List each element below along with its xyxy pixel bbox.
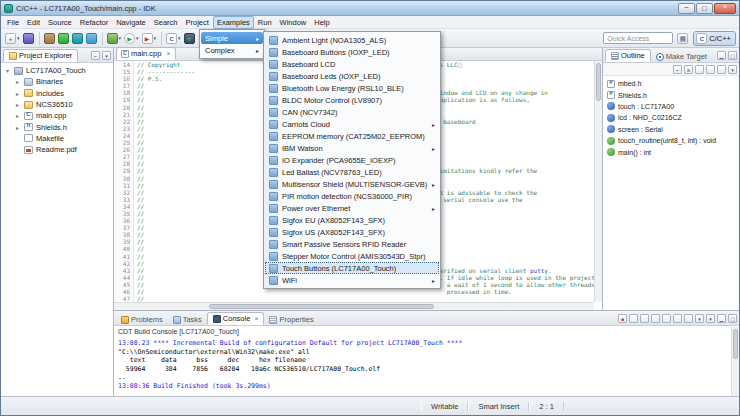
minimize-view-icon[interactable] xyxy=(717,51,726,60)
menu-item-baseboard-lcd[interactable]: Baseboard LCD xyxy=(265,58,439,70)
outline-item-lcd-nhd-c0216cz[interactable]: lcd : NHD_C0216CZ xyxy=(603,112,739,123)
tree-item-shields-h[interactable]: ▸Shields.h xyxy=(1,121,113,132)
menubar-item-navigate[interactable]: Navigate xyxy=(112,16,150,29)
remove-launch-icon[interactable] xyxy=(629,314,638,323)
outline-item-screen-serial[interactable]: screen : Serial xyxy=(603,124,739,135)
tree-item-includes[interactable]: ▸Includes xyxy=(1,88,113,99)
tree-item-makefile[interactable]: Makefile xyxy=(1,133,113,144)
dropdown-arrow-icon[interactable]: ▾ xyxy=(119,35,122,41)
collapse-arrow-icon[interactable]: ▾ xyxy=(4,67,11,74)
menu-item-smart-passive-sensors-rfid-reader[interactable]: Smart Passive Sensors RFID Reader xyxy=(265,238,439,250)
menubar-item-edit[interactable]: Edit xyxy=(23,16,44,29)
tree-item-ncs36510[interactable]: ▸NCS36510 xyxy=(1,99,113,110)
quick-access-input[interactable] xyxy=(603,32,673,44)
flash-program-button[interactable] xyxy=(85,32,98,45)
menu-item-ibm-watson[interactable]: IBM Watson▸ xyxy=(265,142,439,154)
console-output[interactable]: 13:08:23 **** Incremental Build of confi… xyxy=(114,337,739,396)
scrollbar-thumb[interactable] xyxy=(209,304,434,309)
menubar-item-search[interactable]: Search xyxy=(150,16,182,29)
new-wizard-button[interactable]: ▾ xyxy=(4,32,21,45)
maximize-window-button[interactable] xyxy=(696,3,713,14)
tab-tasks[interactable]: Tasks xyxy=(168,314,207,325)
menubar-item-window[interactable]: Window xyxy=(276,16,311,29)
save-button[interactable] xyxy=(22,32,35,45)
menu-item-bluetooth-low-energy-rsl10-ble[interactable]: Bluetooth Low Energy (RSL10_BLE) xyxy=(265,82,439,94)
view-menu-icon[interactable] xyxy=(102,51,111,60)
expand-arrow-icon[interactable]: ▸ xyxy=(14,112,21,119)
close-icon[interactable]: × xyxy=(254,315,258,322)
menu-item-power-over-ethernet[interactable]: Power over Ethernet▸ xyxy=(265,202,439,214)
hide-fields-icon[interactable] xyxy=(695,65,704,74)
outline-item-touch-lc717a00[interactable]: touch : LC717A00 xyxy=(603,101,739,112)
menubar-item-examples[interactable]: Examples xyxy=(213,16,254,29)
clear-console-icon[interactable] xyxy=(640,314,649,323)
tree-item-main-cpp[interactable]: ▸main.cpp xyxy=(1,110,113,121)
menubar-item-run[interactable]: Run xyxy=(254,16,276,29)
outline-item-shields-h[interactable]: Shields.h xyxy=(603,89,739,100)
word-wrap-icon[interactable] xyxy=(662,314,671,323)
menu-item-io-expander-pca9655e-ioexp[interactable]: IO Expander (PCA9655E_IOEXP) xyxy=(265,154,439,166)
expand-arrow-icon[interactable]: ▸ xyxy=(14,90,21,97)
menu-item-ambient-light-noa1305-als[interactable]: Ambient Light (NOA1305_ALS) xyxy=(265,34,439,46)
expand-arrow-icon[interactable]: ▸ xyxy=(14,101,21,108)
editor-tab-main-cpp[interactable]: main.cpp × xyxy=(116,47,176,60)
pin-console-icon[interactable] xyxy=(673,314,682,323)
menu-item-bldc-motor-control-lv8907[interactable]: BLDC Motor Control (LV8907) xyxy=(265,94,439,106)
menu-item-can-ncv7342[interactable]: CAN (NCV7342) xyxy=(265,106,439,118)
menubar-item-help[interactable]: Help xyxy=(310,16,333,29)
tab-console[interactable]: Console× xyxy=(207,312,265,325)
collapse-all-icon[interactable] xyxy=(91,51,100,60)
tab-problems[interactable]: Problems xyxy=(116,314,168,325)
menubar-item-refactor[interactable]: Refactor xyxy=(76,16,112,29)
external-tools-button[interactable]: ▾ xyxy=(141,32,158,45)
expand-arrow-icon[interactable]: ▸ xyxy=(14,78,21,85)
editor-horizontal-scrollbar[interactable] xyxy=(114,302,594,310)
tab-make-target[interactable]: Make Target xyxy=(651,51,712,62)
display-console-icon[interactable] xyxy=(684,314,693,323)
close-editor-tab-icon[interactable]: × xyxy=(166,50,170,57)
cpp-perspective-button[interactable]: C/C++ xyxy=(693,31,736,46)
menu-item-stepper-motor-control-amis30543d-stpr[interactable]: Stepper Motor Control (AMIS30543D_Stpr) xyxy=(265,250,439,262)
maximize-view-icon[interactable] xyxy=(728,51,737,60)
hide-non-public-icon[interactable] xyxy=(717,65,726,74)
menu-item-multisensor-shield-multisensor-gevb[interactable]: Multisensor Shield (MULTISENSOR-GEVB)▸ xyxy=(265,178,439,190)
open-console-icon[interactable] xyxy=(695,314,704,323)
run-button[interactable]: ▾ xyxy=(123,32,140,45)
search-button[interactable] xyxy=(183,32,196,45)
sort-icon[interactable] xyxy=(684,65,693,74)
expand-arrow-icon[interactable]: ▸ xyxy=(14,124,21,131)
tree-item-binaries[interactable]: ▸Binaries xyxy=(1,76,113,87)
serial-terminal-button[interactable] xyxy=(71,32,84,45)
editor-vertical-scrollbar[interactable] xyxy=(594,61,602,302)
menubar-item-file[interactable]: File xyxy=(3,16,23,29)
view-menu-icon[interactable] xyxy=(706,314,715,323)
collapse-all-icon[interactable] xyxy=(673,65,682,74)
scroll-lock-icon[interactable] xyxy=(651,314,660,323)
menu-item-pir-motion-detection-ncs36000-pir[interactable]: PIR motion detection (NCS36000_PIR) xyxy=(265,190,439,202)
dropdown-arrow-icon[interactable]: ▾ xyxy=(154,35,157,41)
new-cpp-class-button[interactable]: ▾ xyxy=(165,32,182,45)
open-perspective-button[interactable] xyxy=(676,32,689,45)
scrollbar-thumb[interactable] xyxy=(733,329,738,359)
menu-item-sigfox-us-ax8052f143-sfx[interactable]: Sigfox US (AX8052F143_SFX) xyxy=(265,226,439,238)
close-window-button[interactable] xyxy=(714,3,736,14)
maximize-icon[interactable] xyxy=(728,314,737,323)
menu-item-complex[interactable]: Complex▸ xyxy=(201,44,263,56)
menu-item-simple[interactable]: Simple▸ xyxy=(201,32,263,44)
titlebar[interactable]: C/C++ - LC717A00_Touch/main.cpp - IDK xyxy=(1,1,739,16)
menu-item-sigfox-eu-ax8052f143-sfx[interactable]: Sigfox EU (AX8052F143_SFX) xyxy=(265,214,439,226)
tab-project-explorer[interactable]: Project Explorer xyxy=(3,49,78,62)
dropdown-arrow-icon[interactable]: ▾ xyxy=(17,35,20,41)
console-scrollbar[interactable] xyxy=(731,327,739,396)
menu-item-eeprom-memory-cat25m02-eeprom[interactable]: EEPROM memory (CAT25M02_EEPROM) xyxy=(265,130,439,142)
connect-device-button[interactable] xyxy=(57,32,70,45)
outline-item-main-int[interactable]: main() : int xyxy=(603,146,739,157)
minimize-window-button[interactable] xyxy=(678,3,695,14)
menu-item-touch-buttons-lc717a00-touch[interactable]: Touch Buttons (LC717A00_Touch) xyxy=(265,262,439,274)
debug-button[interactable]: ▾ xyxy=(106,32,123,45)
menu-item-baseboard-leds-ioxp-led[interactable]: Baseboard Leds (IOXP_LED) xyxy=(265,70,439,82)
hide-static-icon[interactable] xyxy=(706,65,715,74)
menu-item-carriots-cloud[interactable]: Carriots Cloud▸ xyxy=(265,118,439,130)
dropdown-arrow-icon[interactable]: ▾ xyxy=(136,35,139,41)
menu-item-baseboard-buttons-ioxp-led[interactable]: Baseboard Buttons (IOXP_LED) xyxy=(265,46,439,58)
